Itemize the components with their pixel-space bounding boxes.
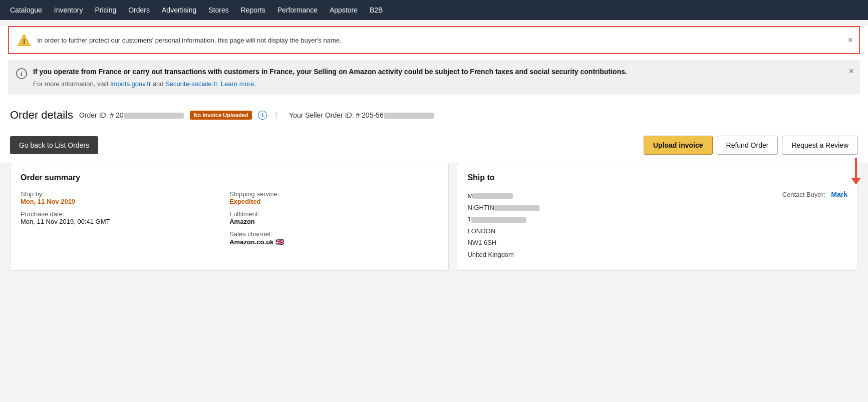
upload-invoice-button[interactable]: Upload invoice xyxy=(644,136,713,155)
nightin-redacted xyxy=(494,205,539,211)
navigation-bar: Catalogue Inventory Pricing Orders Adver… xyxy=(0,0,868,20)
street-redacted xyxy=(471,217,526,223)
address-line-3: 1 xyxy=(467,213,539,225)
address-line-6: United Kingdom xyxy=(467,249,539,260)
nav-item-orders[interactable]: Orders xyxy=(128,4,150,16)
invoice-info-icon[interactable]: i xyxy=(258,111,267,120)
purchase-date-label: Purchase date: xyxy=(21,210,229,218)
right-action-buttons: Upload invoice Refund Order Request a Re… xyxy=(644,136,858,155)
purchase-date-row: Purchase date: Mon, 11 Nov 2019, 00:41 G… xyxy=(21,210,229,225)
nav-item-performance[interactable]: Performance xyxy=(277,4,318,16)
nav-item-advertising[interactable]: Advertising xyxy=(162,4,196,16)
request-review-button[interactable]: Request a Review xyxy=(782,136,858,155)
refund-order-button[interactable]: Refund Order xyxy=(717,136,778,155)
contact-buyer-section: Contact Buyer: Mark xyxy=(782,190,847,198)
nav-item-inventory[interactable]: Inventory xyxy=(54,4,83,16)
info-icon: i xyxy=(16,68,27,79)
ship-to-title: Ship to xyxy=(467,173,847,182)
uk-flag-icon: 🇬🇧 xyxy=(275,238,284,246)
separator: | xyxy=(275,111,277,119)
shipping-service-label: Shipping service: xyxy=(229,190,438,198)
action-buttons-row: Go back to List Orders Upload invoice Re… xyxy=(0,132,868,163)
info-sub-prefix: For more information, visit xyxy=(33,80,110,88)
arrow-annotation xyxy=(851,158,861,185)
arrow-shaft xyxy=(855,158,857,178)
warning-alert-close-button[interactable]: × xyxy=(847,36,853,45)
sales-channel-value: Amazon.co.uk 🇬🇧 xyxy=(229,238,438,246)
arrow-head xyxy=(851,178,861,185)
cards-row: Order summary Ship by: Mon, 11 Nov 2019 … xyxy=(0,163,868,281)
svg-text:i: i xyxy=(21,70,23,78)
warning-alert: ! In order to further protect our custom… xyxy=(8,26,860,54)
order-summary-card: Order summary Ship by: Mon, 11 Nov 2019 … xyxy=(10,163,449,271)
fulfilment-label: Fulfilment: xyxy=(229,210,438,218)
sales-channel-label: Sales channel: xyxy=(229,230,438,238)
summary-left-col: Ship by: Mon, 11 Nov 2019 Purchase date:… xyxy=(21,190,229,246)
order-details-header: Order details Order ID: # 20 No Invoice … xyxy=(10,109,858,122)
seller-order-id-prefix: Your Seller Order ID: # 205-56 xyxy=(289,111,384,119)
shipping-service-row: Shipping service: Expedited xyxy=(229,190,438,205)
warning-icon: ! xyxy=(17,33,31,47)
order-id-text: Order ID: # 20 xyxy=(79,111,184,119)
info-alert: i If you operate from France or carry ou… xyxy=(8,60,860,95)
info-alert-sub-text: For more information, visit Impots.gouv.… xyxy=(33,80,627,88)
address-line-2: NIGHTIN xyxy=(467,202,539,213)
warning-alert-text: In order to further protect our customer… xyxy=(37,37,342,44)
contact-buyer-link[interactable]: Mark xyxy=(831,190,847,198)
contact-buyer-label: Contact Buyer: xyxy=(782,191,825,198)
info-sub-middle: and xyxy=(151,80,165,88)
seller-order-id-text: Your Seller Order ID: # 205-56 xyxy=(289,111,434,119)
address-line-4: LONDON xyxy=(467,225,539,237)
nav-item-catalogue[interactable]: Catalogue xyxy=(10,4,42,16)
nav-item-reports[interactable]: Reports xyxy=(241,4,265,16)
impots-link[interactable]: Impots.gouv.fr xyxy=(110,80,151,88)
fulfilment-value: Amazon xyxy=(229,218,438,225)
ship-to-row: M NIGHTIN 1 LONDON NW1 6SH United Kingdo… xyxy=(467,190,847,260)
ship-by-value: Mon, 11 Nov 2019 xyxy=(21,198,229,205)
ship-to-card: Ship to M NIGHTIN 1 LONDON NW1 6SH Unite… xyxy=(457,163,858,271)
svg-text:!: ! xyxy=(23,38,26,46)
purchase-date-value: Mon, 11 Nov 2019, 00:41 GMT xyxy=(21,218,229,225)
address-line-1: M xyxy=(467,190,539,202)
nav-item-stores[interactable]: Stores xyxy=(208,4,228,16)
seller-order-id-redacted xyxy=(384,113,434,119)
info-alert-close-button[interactable]: × xyxy=(848,66,854,77)
order-id-prefix: Order ID: # 20 xyxy=(79,111,124,119)
nav-item-pricing[interactable]: Pricing xyxy=(95,4,116,16)
order-id-redacted xyxy=(124,113,184,119)
info-alert-main-text: If you operate from France or carry out … xyxy=(33,67,627,77)
sales-channel-text: Amazon.co.uk xyxy=(229,238,273,246)
nav-item-b2b[interactable]: B2B xyxy=(370,4,383,16)
go-back-button[interactable]: Go back to List Orders xyxy=(10,136,98,154)
order-details-section: Order details Order ID: # 20 No Invoice … xyxy=(0,101,868,132)
shipping-service-value: Expedited xyxy=(229,198,438,205)
nav-item-appstore[interactable]: Appstore xyxy=(330,4,358,16)
address-line-5: NW1 6SH xyxy=(467,237,539,248)
securite-link[interactable]: Securite-sociale.fr. xyxy=(165,80,219,88)
ship-by-label: Ship by: xyxy=(21,190,229,198)
no-invoice-badge: No Invoice Uploaded xyxy=(190,111,252,120)
ship-by-row: Ship by: Mon, 11 Nov 2019 xyxy=(21,190,229,205)
order-summary-grid: Ship by: Mon, 11 Nov 2019 Purchase date:… xyxy=(21,190,438,246)
info-alert-content: If you operate from France or carry out … xyxy=(33,67,627,88)
page-content: ! In order to further protect our custom… xyxy=(0,26,868,281)
ship-to-address: M NIGHTIN 1 LONDON NW1 6SH United Kingdo… xyxy=(467,190,539,260)
order-summary-title: Order summary xyxy=(21,173,438,182)
learn-more-link[interactable]: Learn more. xyxy=(221,80,256,88)
summary-right-col: Shipping service: Expedited Fulfilment: … xyxy=(229,190,438,246)
sales-channel-row: Sales channel: Amazon.co.uk 🇬🇧 xyxy=(229,230,438,246)
name-redacted xyxy=(473,193,513,199)
fulfilment-row: Fulfilment: Amazon xyxy=(229,210,438,225)
order-details-title: Order details xyxy=(10,109,73,122)
